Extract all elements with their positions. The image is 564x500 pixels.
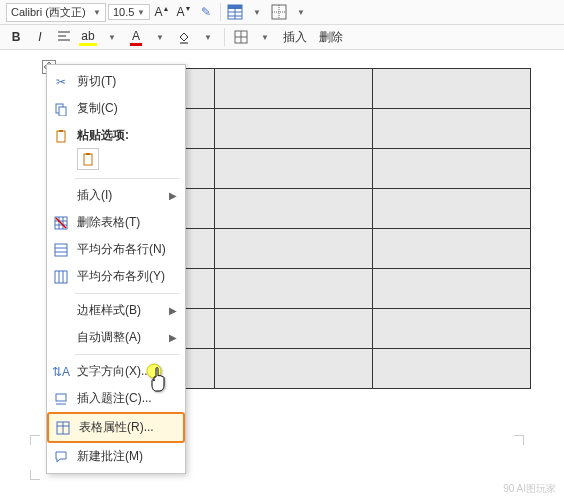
table-cell[interactable] (215, 149, 373, 189)
menu-item-copy[interactable]: 复制(C) (47, 95, 185, 122)
dropdown-arrow-icon: ▼ (137, 8, 145, 17)
table-cell[interactable] (373, 109, 531, 149)
menu-label: 剪切(T) (77, 73, 177, 90)
increase-font-icon: A▲ (155, 5, 170, 19)
cell-align-button[interactable] (231, 27, 251, 47)
font-color-dropdown[interactable]: ▼ (150, 27, 170, 47)
mini-toolbar-row1: Calibri (西文正) ▼ 10.5 ▼ A▲ A▼ ✎ ▼ ▼ (0, 0, 564, 25)
paste-options-header: 粘贴选项: (47, 122, 185, 146)
mini-toolbar-row2: B I ab ▼ A ▼ ▼ ▼ 插入 删除 (0, 25, 564, 50)
table-cell[interactable] (215, 109, 373, 149)
paste-options-row (47, 146, 185, 175)
table-cell[interactable] (215, 69, 373, 109)
scissors-icon: ✂ (53, 74, 69, 90)
borders-dropdown[interactable]: ▼ (291, 2, 311, 22)
distribute-cols-icon (53, 269, 69, 285)
crop-mark (514, 435, 524, 445)
context-menu: ✂ 剪切(T) 复制(C) 粘贴选项: 插入(I) ▶ 删除表格(T) 平均分布… (46, 64, 186, 474)
highlight-dropdown[interactable]: ▼ (102, 27, 122, 47)
menu-label: 边框样式(B) (77, 302, 161, 319)
paintbrush-icon: ✎ (201, 5, 211, 19)
menu-label: 文字方向(X)... (77, 363, 177, 380)
blank-icon (53, 188, 69, 204)
font-color-button[interactable]: A (126, 27, 146, 47)
menu-label: 插入题注(C)... (77, 390, 177, 407)
insert-button[interactable]: 插入 (279, 29, 311, 46)
borders-icon (271, 4, 287, 20)
font-size-select[interactable]: 10.5 ▼ (108, 4, 150, 20)
delete-table-icon (53, 215, 69, 231)
svg-line-26 (56, 218, 66, 228)
table-cell[interactable] (215, 229, 373, 269)
svg-rect-33 (56, 394, 66, 401)
menu-item-delete-table[interactable]: 删除表格(T) (47, 209, 185, 236)
distribute-rows-icon (53, 242, 69, 258)
svg-rect-19 (84, 154, 92, 165)
highlight-button[interactable]: ab (78, 27, 98, 47)
format-painter-button[interactable]: ✎ (196, 2, 216, 22)
dropdown-arrow-icon: ▼ (93, 8, 101, 17)
menu-item-cut[interactable]: ✂ 剪切(T) (47, 68, 185, 95)
menu-item-insert[interactable]: 插入(I) ▶ (47, 182, 185, 209)
menu-item-text-direction[interactable]: ⇅A 文字方向(X)... (47, 358, 185, 385)
menu-label: 自动调整(A) (77, 329, 161, 346)
highlight-icon: ab (79, 29, 96, 46)
svg-rect-20 (86, 153, 90, 155)
table-cell[interactable] (373, 189, 531, 229)
paste-option-keep-source[interactable] (77, 148, 99, 170)
font-size-value: 10.5 (113, 6, 134, 18)
table-style-button[interactable] (225, 2, 245, 22)
table-cell[interactable] (373, 269, 531, 309)
table-cell[interactable] (373, 229, 531, 269)
svg-rect-27 (55, 244, 67, 256)
decrease-font-button[interactable]: A▼ (174, 2, 194, 22)
menu-item-insert-caption[interactable]: 插入题注(C)... (47, 385, 185, 412)
svg-rect-17 (57, 131, 65, 142)
cell-align-dropdown[interactable]: ▼ (255, 27, 275, 47)
shading-dropdown[interactable]: ▼ (198, 27, 218, 47)
table-cell[interactable] (373, 309, 531, 349)
separator (220, 3, 221, 21)
font-family-value: Calibri (西文正) (11, 5, 86, 20)
table-cell[interactable] (373, 349, 531, 389)
table-cell[interactable] (215, 269, 373, 309)
svg-rect-11 (180, 42, 188, 44)
table-cell[interactable] (373, 149, 531, 189)
shading-button[interactable] (174, 27, 194, 47)
menu-item-distribute-rows[interactable]: 平均分布各行(N) (47, 236, 185, 263)
table-cell[interactable] (373, 69, 531, 109)
table-grid-icon (227, 4, 243, 20)
menu-item-autofit[interactable]: 自动调整(A) ▶ (47, 324, 185, 351)
table-cell[interactable] (215, 349, 373, 389)
svg-rect-30 (55, 271, 67, 283)
decrease-font-icon: A▼ (177, 5, 192, 19)
table-style-dropdown[interactable]: ▼ (247, 2, 267, 22)
borders-button[interactable] (269, 2, 289, 22)
italic-button[interactable]: I (30, 27, 50, 47)
increase-font-button[interactable]: A▲ (152, 2, 172, 22)
menu-item-distribute-cols[interactable]: 平均分布各列(Y) (47, 263, 185, 290)
align-button[interactable] (54, 27, 74, 47)
delete-button[interactable]: 删除 (315, 29, 347, 46)
table-cell[interactable] (215, 189, 373, 229)
bold-button[interactable]: B (6, 27, 26, 47)
blank-icon (53, 330, 69, 346)
chevron-right-icon: ▶ (169, 332, 177, 343)
chevron-right-icon: ▶ (169, 190, 177, 201)
menu-label: 表格属性(R)... (79, 419, 175, 436)
cell-align-icon (234, 30, 248, 44)
bold-icon: B (12, 30, 21, 44)
menu-item-table-properties[interactable]: 表格属性(R)... (47, 412, 185, 443)
chevron-right-icon: ▶ (169, 305, 177, 316)
dropdown-arrow-icon: ▼ (156, 33, 164, 42)
table-cell[interactable] (215, 309, 373, 349)
comment-icon (53, 449, 69, 465)
menu-label: 平均分布各行(N) (77, 241, 177, 258)
font-family-select[interactable]: Calibri (西文正) ▼ (6, 3, 106, 22)
menu-label: 删除表格(T) (77, 214, 177, 231)
menu-item-border-style[interactable]: 边框样式(B) ▶ (47, 297, 185, 324)
menu-item-new-comment[interactable]: 新建批注(M) (47, 443, 185, 470)
menu-label: 新建批注(M) (77, 448, 177, 465)
menu-label: 平均分布各列(Y) (77, 268, 177, 285)
paste-options-label: 粘贴选项: (77, 127, 129, 144)
